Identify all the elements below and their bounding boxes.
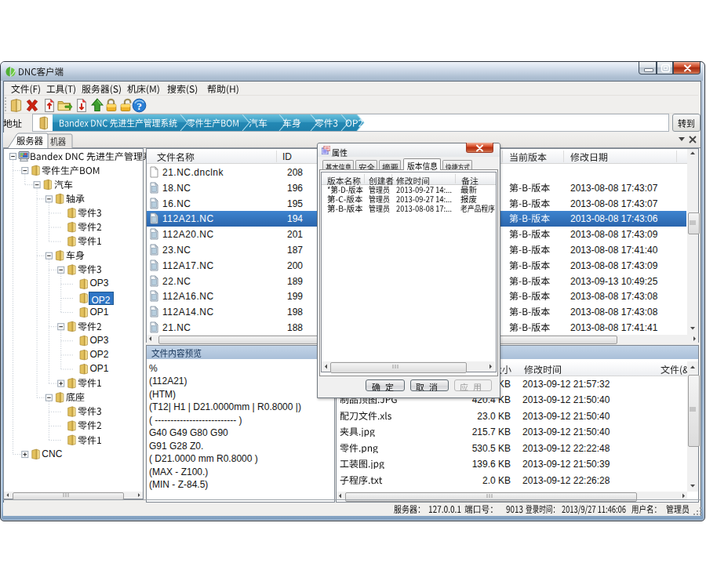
svg-text:?: ? [136,100,142,112]
